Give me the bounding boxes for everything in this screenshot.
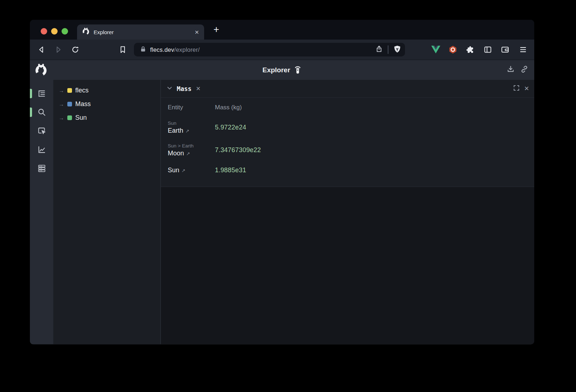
tree-item-label: flecs bbox=[75, 87, 89, 94]
page-title: Explorer bbox=[262, 66, 290, 74]
column-header-entity: Entity bbox=[168, 104, 215, 111]
table-header-row: Entity Mass (kg) bbox=[168, 98, 534, 117]
hexagon-ext-icon[interactable] bbox=[449, 45, 457, 54]
empty-canvas bbox=[161, 187, 534, 344]
mass-value: 5.9722e24 bbox=[215, 124, 246, 131]
browser-tab-bar: Explorer ✕ + bbox=[30, 20, 534, 40]
entity-square-icon bbox=[67, 115, 72, 120]
lock-icon bbox=[140, 46, 147, 54]
sidebar-item-inspector[interactable] bbox=[30, 122, 53, 140]
reload-icon[interactable] bbox=[71, 45, 80, 54]
tab-title: Explorer bbox=[94, 29, 190, 35]
back-icon[interactable] bbox=[37, 45, 46, 54]
extensions-puzzle-icon[interactable] bbox=[466, 45, 474, 54]
query-tab-label[interactable]: Mass bbox=[177, 85, 192, 92]
share-icon[interactable] bbox=[375, 45, 383, 54]
flecs-logo[interactable] bbox=[35, 64, 48, 78]
address-bar[interactable]: flecs.dev/explorer/ bbox=[134, 43, 405, 56]
tree-item-flecs[interactable]: → flecs bbox=[53, 83, 160, 97]
sidebar-item-tables[interactable] bbox=[30, 159, 53, 178]
query-tab-bar: Mass ✕ ✕ bbox=[161, 80, 534, 98]
sidebar-item-stats[interactable] bbox=[30, 140, 53, 159]
app-header: Explorer bbox=[30, 60, 534, 80]
entity-link[interactable]: Earth bbox=[168, 127, 183, 134]
url-path: /explorer/ bbox=[174, 46, 200, 53]
wallet-icon[interactable] bbox=[501, 45, 509, 54]
entity-link[interactable]: Moon bbox=[168, 150, 184, 157]
entity-link[interactable]: Sun bbox=[168, 167, 179, 174]
chevron-down-icon[interactable] bbox=[167, 85, 172, 92]
query-panel: Mass ✕ ✕ Entity Mass (kg) Sun Earth↗ bbox=[160, 80, 534, 344]
entity-parent-path: Sun > Earth bbox=[168, 143, 215, 149]
url-text: flecs.dev/explorer/ bbox=[150, 46, 200, 53]
sidebar-item-search[interactable] bbox=[30, 103, 53, 122]
tree-item-label: Mass bbox=[75, 100, 91, 108]
download-icon[interactable] bbox=[507, 65, 515, 75]
url-domain: flecs.dev bbox=[150, 46, 174, 53]
flecs-favicon-icon bbox=[82, 28, 90, 37]
minimize-window-button[interactable] bbox=[51, 28, 58, 35]
tree-item-sun[interactable]: → Sun bbox=[53, 111, 160, 124]
tab-close-icon[interactable]: ✕ bbox=[194, 29, 199, 35]
active-indicator bbox=[30, 108, 32, 117]
browser-tab-explorer[interactable]: Explorer ✕ bbox=[77, 24, 204, 40]
close-window-button[interactable] bbox=[41, 28, 47, 35]
browser-toolbar: flecs.dev/explorer/ bbox=[30, 40, 534, 60]
connection-icon[interactable] bbox=[294, 65, 302, 75]
external-link-icon[interactable]: ↗ bbox=[186, 151, 190, 156]
entity-tree-panel: → flecs → Mass → Sun bbox=[53, 80, 160, 344]
tree-item-label: Sun bbox=[75, 114, 87, 122]
link-icon[interactable] bbox=[520, 65, 528, 75]
forward-icon[interactable] bbox=[54, 45, 63, 54]
mass-value: 7.34767309e22 bbox=[215, 146, 261, 154]
bookmark-icon[interactable] bbox=[118, 45, 127, 54]
table-row: Sun > Earth Moon↗ 7.34767309e22 bbox=[168, 140, 534, 160]
sidebar-panel-icon[interactable] bbox=[483, 45, 492, 54]
expand-arrow-icon[interactable]: → bbox=[59, 101, 64, 107]
entity-parent-path: Sun bbox=[168, 120, 215, 126]
expand-arrow-icon[interactable]: → bbox=[59, 115, 64, 121]
external-link-icon[interactable]: ↗ bbox=[181, 168, 185, 173]
traffic-lights bbox=[41, 28, 68, 35]
query-tab-close-icon[interactable]: ✕ bbox=[196, 86, 201, 92]
module-square-icon bbox=[67, 88, 72, 93]
mass-value: 1.9885e31 bbox=[215, 167, 246, 174]
expand-panel-icon[interactable] bbox=[513, 85, 520, 93]
panel-close-icon[interactable]: ✕ bbox=[524, 86, 529, 92]
external-link-icon[interactable]: ↗ bbox=[185, 128, 189, 134]
table-row: Sun Earth↗ 5.9722e24 bbox=[168, 117, 534, 138]
maximize-window-button[interactable] bbox=[62, 28, 68, 35]
column-header-value: Mass (kg) bbox=[215, 104, 242, 111]
expand-arrow-icon[interactable]: → bbox=[59, 87, 64, 94]
sidebar-item-tree[interactable] bbox=[30, 84, 53, 103]
tree-item-mass[interactable]: → Mass bbox=[53, 97, 160, 111]
new-tab-button[interactable]: + bbox=[211, 24, 222, 35]
browser-window: Explorer ✕ + flecs.dev/explorer/ bbox=[30, 20, 534, 345]
menu-icon[interactable] bbox=[519, 45, 527, 54]
divider bbox=[388, 45, 388, 54]
table-row: Sun↗ 1.9885e31 bbox=[168, 163, 534, 177]
brave-shield-icon[interactable] bbox=[393, 45, 401, 55]
component-square-icon bbox=[67, 102, 72, 106]
query-result-table: Entity Mass (kg) Sun Earth↗ 5.9722e24 Su… bbox=[161, 98, 534, 187]
active-indicator bbox=[30, 89, 32, 98]
vue-devtools-icon[interactable] bbox=[431, 45, 440, 54]
app-sidebar bbox=[30, 80, 53, 344]
